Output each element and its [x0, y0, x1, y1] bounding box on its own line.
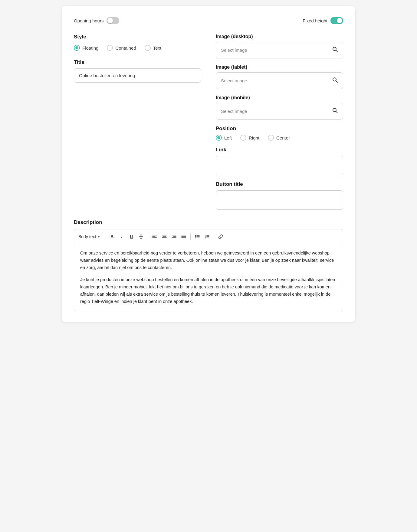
align-left-button[interactable] — [150, 232, 159, 241]
image-mobile-input[interactable]: Select image — [216, 103, 343, 120]
right-radio-label: Right — [249, 135, 259, 140]
button-title-label: Button title — [216, 181, 343, 187]
image-desktop-search-icon[interactable] — [332, 46, 338, 54]
text-radio-label: Text — [153, 45, 162, 51]
opening-hours-toggle[interactable] — [107, 17, 119, 24]
left-radio-circle[interactable] — [216, 135, 222, 141]
image-desktop-input[interactable]: Select image — [216, 42, 343, 58]
image-desktop-group: Image (desktop) Select image — [216, 34, 343, 58]
text-radio-circle[interactable] — [145, 45, 151, 51]
style-option-contained[interactable]: Contained — [107, 45, 136, 51]
strikethrough-button[interactable] — [137, 232, 145, 241]
main-content: Style Floating Contained Text — [74, 34, 343, 311]
style-dropdown-chevron-icon: ▼ — [97, 235, 100, 238]
toolbar-divider-2 — [148, 234, 148, 240]
numbered-list-button[interactable]: 1.2.3. — [203, 232, 211, 241]
style-option-floating[interactable]: Floating — [74, 45, 98, 51]
svg-text:3.: 3. — [205, 237, 206, 239]
link-button[interactable] — [216, 232, 225, 241]
left-column: Style Floating Contained Text — [74, 34, 201, 216]
svg-point-20 — [195, 236, 196, 237]
description-section: Description Body text ▼ B I U — [74, 219, 343, 311]
position-option-right[interactable]: Right — [240, 135, 259, 141]
bullet-list-button[interactable] — [193, 232, 202, 241]
contained-radio-label: Contained — [115, 45, 136, 51]
svg-line-1 — [336, 50, 338, 52]
editor-content[interactable]: Om onze service en bereikbaarheid nog ve… — [74, 244, 343, 311]
align-right-button[interactable] — [170, 232, 178, 241]
editor-toolbar: Body text ▼ B I U — [74, 229, 343, 244]
toolbar-divider-4 — [214, 234, 214, 240]
opening-hours-track[interactable] — [107, 17, 119, 24]
image-mobile-label: Image (mobile) — [216, 95, 343, 100]
svg-line-3 — [336, 81, 338, 83]
opening-hours-label: Opening hours — [74, 18, 103, 23]
description-label: Description — [74, 219, 343, 225]
position-label: Position — [216, 126, 343, 132]
title-label: Title — [74, 59, 201, 65]
position-option-center[interactable]: Center — [268, 135, 290, 141]
image-mobile-group: Image (mobile) Select image — [216, 95, 343, 120]
title-input[interactable] — [74, 68, 201, 83]
image-mobile-search-icon[interactable] — [332, 107, 338, 115]
image-tablet-placeholder: Select image — [221, 78, 247, 83]
align-center-button[interactable] — [160, 232, 169, 241]
fixed-height-toggle[interactable] — [330, 17, 343, 24]
link-section: Link — [216, 147, 343, 175]
image-tablet-group: Image (tablet) Select image — [216, 64, 343, 89]
top-row: Opening hours Fixed height — [74, 17, 343, 24]
floating-radio-circle[interactable] — [74, 45, 80, 51]
underline-button[interactable]: U — [127, 232, 136, 241]
image-tablet-input[interactable]: Select image — [216, 72, 343, 89]
description-paragraph-1: Om onze service en bereikbaarheid nog ve… — [80, 250, 337, 271]
contained-radio-circle[interactable] — [107, 45, 113, 51]
floating-radio-label: Floating — [82, 45, 98, 51]
image-desktop-label: Image (desktop) — [216, 34, 343, 39]
style-dropdown[interactable]: Body text ▼ — [78, 234, 103, 239]
italic-button[interactable]: I — [117, 232, 126, 241]
fixed-height-track[interactable] — [330, 17, 343, 24]
center-radio-circle[interactable] — [268, 135, 274, 141]
opening-hours-group: Opening hours — [74, 17, 119, 24]
link-label: Link — [216, 147, 343, 153]
left-radio-label: Left — [224, 135, 232, 140]
svg-line-5 — [336, 111, 338, 113]
right-column: Image (desktop) Select image Image (tabl… — [216, 34, 343, 216]
rich-text-editor: Body text ▼ B I U — [74, 229, 343, 311]
fixed-height-group: Fixed height — [303, 17, 343, 24]
bold-button[interactable]: B — [108, 232, 116, 241]
description-paragraph-2: Je kunt je producten in onze webshop bes… — [80, 276, 337, 305]
link-input[interactable] — [216, 156, 343, 175]
svg-point-19 — [195, 235, 196, 236]
title-section: Title — [74, 59, 201, 83]
button-title-section: Button title — [216, 181, 343, 210]
svg-point-21 — [195, 238, 196, 238]
center-radio-label: Center — [276, 135, 290, 140]
button-title-input[interactable] — [216, 190, 343, 210]
style-dropdown-label: Body text — [78, 234, 96, 239]
position-option-left[interactable]: Left — [216, 135, 232, 141]
settings-panel: Opening hours Fixed height Style — [62, 6, 355, 322]
style-radio-group: Floating Contained Text — [74, 45, 201, 51]
opening-hours-thumb — [107, 18, 113, 23]
style-option-text[interactable]: Text — [145, 45, 162, 51]
image-mobile-placeholder: Select image — [221, 109, 247, 114]
style-section: Style Floating Contained Text — [74, 34, 201, 51]
right-radio-circle[interactable] — [240, 135, 246, 141]
image-tablet-search-icon[interactable] — [332, 77, 338, 84]
justify-button[interactable] — [179, 232, 188, 241]
style-section-title: Style — [74, 34, 201, 40]
fixed-height-label: Fixed height — [303, 18, 327, 23]
fixed-height-thumb — [337, 18, 342, 23]
position-section: Position Left Right Center — [216, 126, 343, 141]
image-desktop-placeholder: Select image — [221, 48, 247, 53]
toolbar-divider-3 — [190, 234, 191, 240]
position-radio-group: Left Right Center — [216, 135, 343, 141]
image-tablet-label: Image (tablet) — [216, 64, 343, 70]
toolbar-divider-1 — [105, 234, 105, 240]
